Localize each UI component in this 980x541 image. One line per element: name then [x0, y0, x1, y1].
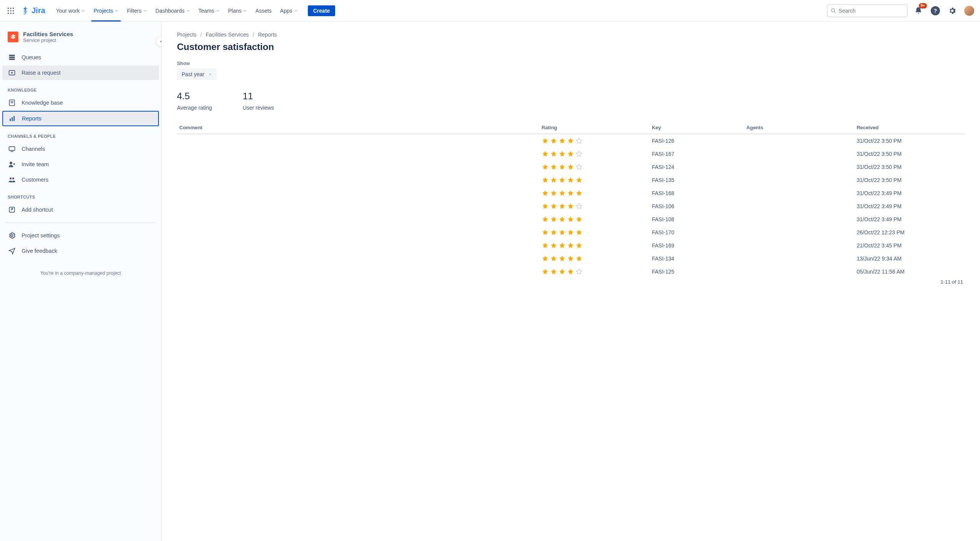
cell-received: 31/Oct/22 3:49 PM — [854, 213, 965, 226]
raise-icon — [8, 69, 16, 77]
nav-item-assets[interactable]: Assets — [252, 0, 275, 22]
star-icon — [550, 150, 557, 157]
star-icon — [576, 268, 583, 275]
profile-avatar[interactable] — [963, 5, 975, 17]
help-icon[interactable]: ? — [929, 5, 942, 17]
table-row[interactable]: FASI-17026/Oct/22 12:23 PM — [177, 226, 965, 239]
cell-agents — [744, 187, 855, 200]
sidebar-item-raise-a-request[interactable]: Raise a request — [2, 65, 159, 80]
star-icon — [542, 150, 549, 157]
nav-item-dashboards[interactable]: Dashboards — [152, 0, 194, 22]
section-knowledge-label: KNOWLEDGE — [2, 81, 159, 95]
cell-key[interactable]: FASI-125 — [649, 265, 744, 278]
col-agents[interactable]: Agents — [744, 122, 855, 134]
breadcrumb-projects[interactable]: Projects — [177, 32, 197, 38]
create-button[interactable]: Create — [308, 5, 336, 16]
cell-agents — [744, 174, 855, 187]
cell-key[interactable]: FASI-167 — [649, 147, 744, 160]
top-navigation: Jira Your workProjectsFiltersDashboardsT… — [0, 0, 980, 22]
table-row[interactable]: FASI-16831/Oct/22 3:49 PM — [177, 187, 965, 200]
col-rating[interactable]: Rating — [539, 122, 650, 134]
cell-key[interactable]: FASI-169 — [649, 239, 744, 252]
sidebar-item-invite-team[interactable]: Invite team — [2, 157, 159, 172]
cell-key[interactable]: FASI-108 — [649, 213, 744, 226]
table-row[interactable]: FASI-16921/Oct/22 3:45 PM — [177, 239, 965, 252]
chevron-down-icon — [208, 72, 212, 76]
table-row[interactable]: FASI-12431/Oct/22 3:50 PM — [177, 160, 965, 174]
table-row[interactable]: FASI-12505/Jun/22 11:56 AM — [177, 265, 965, 278]
sidebar-item-label: Customers — [22, 177, 48, 183]
table-row[interactable]: FASI-16731/Oct/22 3:50 PM — [177, 147, 965, 160]
cell-key[interactable]: FASI-134 — [649, 252, 744, 265]
star-icon — [542, 255, 549, 262]
star-icon — [576, 177, 583, 184]
cell-key[interactable]: FASI-106 — [649, 200, 744, 213]
nav-item-teams[interactable]: Teams — [195, 0, 224, 22]
project-header[interactable]: Facilities Services Service project — [2, 28, 159, 49]
sidebar-item-add-shortcut[interactable]: Add shortcut — [2, 202, 159, 217]
cell-key[interactable]: FASI-135 — [649, 174, 744, 187]
breadcrumb: Projects/Facilities Services/Reports — [177, 32, 965, 38]
table-row[interactable]: FASI-10831/Oct/22 3:49 PM — [177, 213, 965, 226]
svg-point-9 — [831, 8, 835, 12]
kb-icon — [8, 99, 16, 107]
app-switcher-icon[interactable] — [5, 5, 17, 17]
nav-item-your-work[interactable]: Your work — [52, 0, 89, 22]
settings-icon[interactable] — [946, 5, 958, 17]
breadcrumb-reports[interactable]: Reports — [258, 32, 277, 38]
sidebar-footer-text: You're in a company-managed project — [2, 259, 159, 280]
star-icon — [567, 216, 574, 223]
col-received[interactable]: Received — [854, 122, 965, 134]
nav-item-apps[interactable]: Apps — [276, 0, 302, 22]
cell-comment — [177, 147, 539, 160]
col-key[interactable]: Key — [649, 122, 744, 134]
star-icon — [559, 164, 566, 170]
star-icon — [576, 255, 583, 262]
search-box[interactable] — [827, 4, 908, 17]
star-icon — [567, 242, 574, 249]
sidebar-item-project-settings[interactable]: Project settings — [2, 228, 159, 243]
star-icon — [559, 242, 566, 249]
sidebar-item-customers[interactable]: Customers — [2, 172, 159, 187]
notifications-icon[interactable]: 9+ — [912, 5, 925, 17]
star-icon — [559, 255, 566, 262]
cell-key[interactable]: FASI-124 — [649, 160, 744, 174]
col-comment[interactable]: Comment — [177, 122, 539, 134]
svg-point-3 — [8, 10, 9, 11]
breadcrumb-facilities-services[interactable]: Facilities Services — [205, 32, 249, 38]
star-icon — [559, 203, 566, 210]
table-row[interactable]: FASI-13413/Jun/22 9:34 AM — [177, 252, 965, 265]
star-icon — [542, 216, 549, 223]
review-count-value: 11 — [243, 91, 274, 102]
cell-key[interactable]: FASI-126 — [649, 134, 744, 147]
stat-average-rating: 4.5 Average rating — [177, 91, 212, 111]
chevron-down-icon — [143, 9, 147, 13]
star-icon — [576, 203, 583, 210]
star-icon — [559, 177, 566, 184]
star-icon — [559, 268, 566, 275]
sidebar-item-reports[interactable]: Reports — [2, 111, 159, 126]
sidebar-item-queues[interactable]: Queues — [2, 50, 159, 65]
cell-agents — [744, 200, 855, 213]
review-count-label: User reviews — [243, 105, 274, 111]
cell-key[interactable]: FASI-170 — [649, 226, 744, 239]
sidebar-item-give-feedback[interactable]: Give feedback — [2, 244, 159, 258]
sidebar-item-channels[interactable]: Channels — [2, 142, 159, 156]
timeframe-dropdown[interactable]: Past year — [177, 68, 217, 80]
search-input[interactable] — [838, 8, 904, 14]
jira-logo[interactable]: Jira — [18, 6, 48, 15]
table-row[interactable]: FASI-10631/Oct/22 3:49 PM — [177, 200, 965, 213]
nav-item-plans[interactable]: Plans — [224, 0, 251, 22]
cell-agents — [744, 265, 855, 278]
table-row[interactable]: FASI-12631/Oct/22 3:50 PM — [177, 134, 965, 147]
section-channels-label: CHANNELS & PEOPLE — [2, 127, 159, 141]
cell-comment — [177, 226, 539, 239]
table-row[interactable]: FASI-13531/Oct/22 3:50 PM — [177, 174, 965, 187]
cell-key[interactable]: FASI-168 — [649, 187, 744, 200]
nav-item-projects[interactable]: Projects — [90, 0, 122, 22]
star-icon — [567, 150, 574, 157]
svg-point-30 — [12, 177, 14, 179]
cell-comment — [177, 252, 539, 265]
sidebar-item-knowledge-base[interactable]: Knowledge base — [2, 95, 159, 110]
nav-item-filters[interactable]: Filters — [123, 0, 151, 22]
